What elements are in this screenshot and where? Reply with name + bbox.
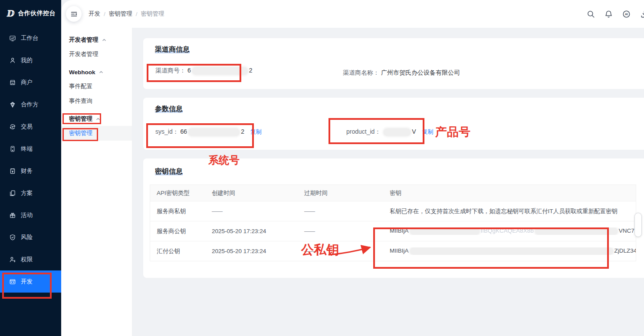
- subnav-item-event-query[interactable]: 事件查询: [61, 94, 132, 109]
- cell-created: ——: [205, 208, 298, 214]
- sidebar-item-label: 我的: [21, 56, 33, 64]
- primary-nav: 工作台 我的 商户 合作方 交易 终端: [0, 27, 61, 293]
- sidebar-item-label: 工作台: [21, 34, 39, 42]
- app-root: ⅅ 合作伙伴控台 工作台 我的 商户 合作方 交易: [0, 0, 644, 336]
- table-row-private-key: 服务商私钥 —— —— 私钥已存在，仅支持首次生成时下载，如遗忘秘钥可联系汇付I…: [150, 201, 636, 221]
- breadcrumb-item-current: 密钥管理: [141, 10, 164, 18]
- key-suffix: ZjDLZ34: [614, 247, 636, 254]
- cell-key-type: 汇付公钥: [150, 247, 205, 255]
- breadcrumb-item-develop[interactable]: 开发: [89, 10, 100, 18]
- sidebar-item-merchant[interactable]: 商户: [0, 71, 61, 93]
- cell-created: 2025-05-20 17:23:24: [205, 248, 298, 254]
- key-prefix: MIIBIjA: [390, 247, 409, 254]
- cell-key-type: 服务商私钥: [150, 208, 205, 215]
- channel-no-value-suffix: 2: [249, 67, 253, 74]
- key-prefix: MIIBIjA: [390, 227, 409, 234]
- subnav-gap: [61, 62, 132, 65]
- ai-assistant-icon[interactable]: AI: [622, 10, 631, 18]
- col-header-expires: 过期时间: [298, 189, 383, 197]
- key-masked: [410, 247, 613, 255]
- sidebar-item-partner[interactable]: 合作方: [0, 93, 61, 115]
- subnav-group-key-mgmt[interactable]: 密钥管理: [61, 112, 132, 126]
- sidebar-item-label: 方案: [21, 189, 33, 197]
- key-table-header: API密钥类型 创建时间 过期时间 密钥: [150, 185, 636, 201]
- table-scrollbar-thumb[interactable]: [634, 213, 642, 237]
- subnav-item-label: 密钥管理: [69, 129, 92, 137]
- sidebar-item-label: 财务: [21, 167, 33, 175]
- channel-no-label: 渠道商号：: [155, 67, 186, 74]
- subnav-group-webhook[interactable]: Webhook: [61, 65, 132, 79]
- sidebar-item-finance[interactable]: 财务: [0, 160, 61, 182]
- merchant-icon: [9, 79, 16, 86]
- sys-id-value-suffix: 2: [241, 128, 244, 135]
- cell-key-note: 私钥已存在，仅支持首次生成时下载，如遗忘秘钥可联系汇付IT人员获取或重新配置密钥: [383, 208, 636, 215]
- subnav-group-title: 密钥管理: [69, 115, 92, 123]
- profile-icon: [9, 57, 16, 64]
- subnav-item-developer-mgmt[interactable]: 开发者管理: [61, 47, 132, 62]
- plan-icon: [9, 190, 16, 197]
- sidebar-item-permission[interactable]: 权限: [0, 248, 61, 270]
- sidebar-item-terminal[interactable]: 终端: [0, 138, 61, 160]
- terminal-icon: [9, 145, 16, 152]
- channel-name-value: 广州市贺氏办公设备有限公司: [381, 69, 460, 76]
- sidebar-item-label: 交易: [21, 123, 33, 131]
- product-id-copy-button[interactable]: 复制: [422, 128, 434, 135]
- sidebar-item-workbench[interactable]: 工作台: [0, 27, 61, 49]
- secondary-sidebar: 开发者管理 开发者管理 Webhook 事件配置 事件查询: [61, 28, 132, 336]
- subnav-group-developer[interactable]: 开发者管理: [61, 33, 132, 47]
- params-info-card: 参数信息 sys_id： 662 复制 product_id： V 复制: [143, 98, 644, 150]
- menu-fold-icon: [70, 10, 78, 18]
- risk-icon: [9, 234, 16, 241]
- chevron-up-icon: [96, 117, 100, 121]
- subnav-item-event-config[interactable]: 事件配置: [61, 79, 132, 94]
- search-icon[interactable]: [587, 10, 595, 18]
- sidebar-item-label: 权限: [21, 256, 33, 264]
- download-icon[interactable]: [640, 10, 644, 18]
- sidebar-item-label: 开发: [21, 278, 33, 286]
- channel-no-value-prefix: 6: [187, 67, 191, 74]
- sidebar-item-mine[interactable]: 我的: [0, 49, 61, 71]
- collapse-menu-button[interactable]: [66, 6, 82, 22]
- breadcrumb-separator: /: [136, 11, 138, 17]
- partner-icon: [9, 101, 16, 108]
- channel-info-title: 渠道商信息: [155, 45, 190, 54]
- subnav-gap: [61, 109, 132, 112]
- subnav-item-key-mgmt[interactable]: 密钥管理: [61, 126, 132, 141]
- key-masked: [410, 227, 480, 235]
- sidebar-item-activity[interactable]: 活动: [0, 204, 61, 226]
- content-wrap: 开发 / 密钥管理 / 密钥管理 AI: [61, 0, 644, 336]
- cell-created: 2025-05-20 17:23:24: [205, 228, 298, 234]
- sidebar-item-label: 合作方: [21, 101, 39, 109]
- main-content: 渠道商信息 渠道商号： 62 渠道商名称： 广州市贺氏办公设备有限公司 参数信息…: [132, 28, 644, 336]
- key-suffix: VNC7: [619, 227, 634, 234]
- sys-id-copy-button[interactable]: 复制: [250, 128, 262, 135]
- sidebar-item-develop[interactable]: 开发: [0, 270, 61, 293]
- sys-id-label: sys_id：: [155, 128, 179, 135]
- transaction-icon: [9, 123, 16, 130]
- notification-bell-icon[interactable]: [605, 10, 613, 18]
- sidebar-item-transaction[interactable]: 交易: [0, 115, 61, 138]
- col-header-key: 密钥: [383, 189, 636, 197]
- key-info-card: 密钥信息 API密钥类型 创建时间 过期时间 密钥 服务商私钥 —— ——: [143, 158, 644, 278]
- sidebar-item-label: 终端: [21, 145, 33, 153]
- ai-assistant-label: AI: [622, 10, 631, 18]
- key-mid-fragment: IIBQgKCAQEA8X8b: [481, 227, 534, 234]
- key-table: API密钥类型 创建时间 过期时间 密钥 服务商私钥 —— —— 私钥已存在，仅…: [150, 184, 636, 261]
- sys-id-masked: [188, 128, 240, 136]
- subnav-group-title: Webhook: [69, 69, 95, 76]
- sys-id-field: sys_id： 662 复制: [155, 128, 262, 136]
- brand: ⅅ 合作伙伴控台: [0, 0, 61, 18]
- col-header-key-type: API密钥类型: [150, 189, 205, 197]
- table-row-huifu-public-key: 汇付公钥 2025-05-20 17:23:24 —— MIIBIjAZjDLZ…: [150, 241, 636, 261]
- brand-logo-icon: ⅅ: [7, 9, 14, 18]
- sidebar-item-plan[interactable]: 方案: [0, 182, 61, 204]
- sidebar-item-risk[interactable]: 风险: [0, 226, 61, 248]
- breadcrumb-item-key-mgmt[interactable]: 密钥管理: [109, 10, 132, 18]
- body-row: 开发者管理 开发者管理 Webhook 事件配置 事件查询: [61, 28, 644, 336]
- sys-id-value-prefix: 66: [181, 128, 187, 135]
- table-row-sp-public-key: 服务商公钥 2025-05-20 17:23:24 —— MIIBIjAIIBQ…: [150, 221, 636, 241]
- topbar: 开发 / 密钥管理 / 密钥管理 AI: [61, 0, 644, 28]
- product-id-masked: [384, 128, 411, 136]
- workbench-icon: [9, 35, 16, 42]
- topbar-actions: AI: [587, 0, 644, 28]
